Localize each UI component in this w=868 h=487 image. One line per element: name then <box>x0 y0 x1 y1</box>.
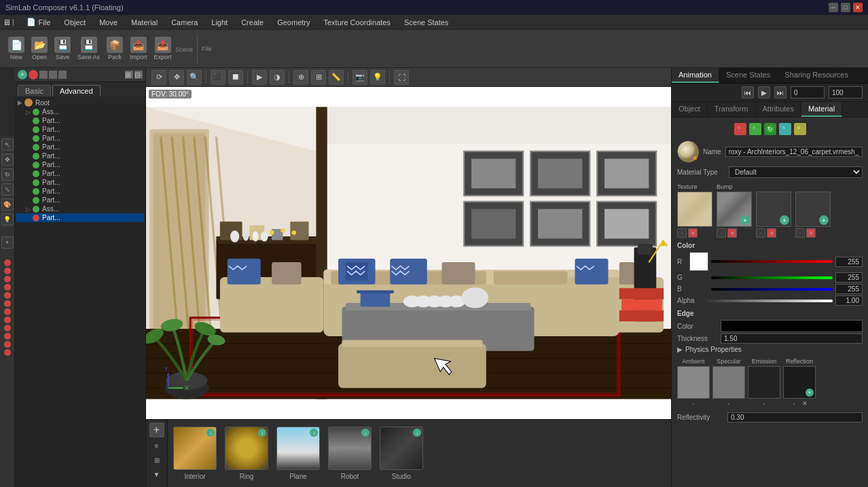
material-preview-sphere[interactable]: ★ <box>677 141 699 162</box>
tree-item-8[interactable]: Part... <box>16 169 144 178</box>
lights-btn[interactable]: 💡 <box>370 70 385 85</box>
material-favorite-star[interactable]: ★ <box>692 154 698 162</box>
edge-thickness-input[interactable] <box>721 333 863 344</box>
bump-thumb[interactable]: + <box>717 192 752 227</box>
tab-animation[interactable]: Animation <box>672 68 719 83</box>
scale-tool[interactable]: ⤡ <box>1 183 14 196</box>
color-r-slider[interactable] <box>711 260 833 263</box>
add-object-btn[interactable]: + <box>1 236 14 249</box>
specular-thumb[interactable] <box>712 366 745 399</box>
bottom-tool-1[interactable]: ≡ <box>151 439 163 452</box>
menu-scene-states[interactable]: Scene States <box>397 17 455 28</box>
tree-item-11[interactable]: Part... <box>16 196 144 204</box>
color-b-slider[interactable] <box>711 288 833 291</box>
asset-download-plane[interactable]: ↓ <box>310 429 318 437</box>
bottom-tool-2[interactable]: ⊞ <box>151 454 163 466</box>
emission-minus-btn[interactable]: - <box>759 400 769 410</box>
material-pick-tool[interactable]: 🎨 <box>1 198 14 211</box>
toolbar-save-btn[interactable]: 💾 Save <box>52 35 73 62</box>
anim-frame-input[interactable] <box>791 86 825 98</box>
toolbar-open-btn[interactable]: 📂 Open <box>29 35 50 62</box>
extra-add-btn-2[interactable]: + <box>819 215 829 225</box>
tree-item-ass2[interactable]: ▷ Ass... <box>16 204 144 213</box>
tree-tool-3[interactable] <box>58 71 67 79</box>
mat-icon-teal-sphere[interactable] <box>779 123 791 135</box>
bottom-tool-3[interactable]: ▼ <box>151 468 163 480</box>
view-mode-btn[interactable]: 🔲 <box>228 70 243 85</box>
ambient-minus-btn[interactable]: - <box>689 400 698 410</box>
tree-item-10[interactable]: Part... <box>16 187 144 196</box>
toolbar-export-btn[interactable]: 📤 Export <box>151 35 175 62</box>
edge-color-swatch[interactable] <box>721 320 863 332</box>
asset-download-interior[interactable]: ↓ <box>206 429 215 437</box>
tree-item-9[interactable]: Part... <box>16 178 144 187</box>
pan-btn[interactable]: ✥ <box>169 70 184 85</box>
light-tool[interactable]: 💡 <box>1 213 14 226</box>
menu-geometry[interactable]: Geometry <box>270 17 317 28</box>
remove-tree-item-btn[interactable] <box>29 70 38 79</box>
asset-download-studio[interactable]: ↓ <box>413 429 421 437</box>
tab-object[interactable]: Object <box>672 102 708 117</box>
minimize-button[interactable]: ─ <box>829 3 838 12</box>
tab-attributes[interactable]: Attributes <box>756 102 801 117</box>
orbit-btn[interactable]: ⟳ <box>151 70 166 85</box>
tab-material[interactable]: Material <box>801 102 842 117</box>
color-b-value[interactable] <box>835 284 863 294</box>
mat-icon-green-sphere[interactable] <box>749 123 761 135</box>
tab-scene-states[interactable]: Scene States <box>719 68 778 83</box>
maximize-button[interactable]: □ <box>841 3 850 12</box>
viewport-3d[interactable]: X Y FOV: 30.00° <box>146 87 671 419</box>
tree-item-selected[interactable]: Part... <box>16 213 144 222</box>
asset-robot[interactable]: ↓ Robot <box>328 427 372 480</box>
move-tool[interactable]: ✥ <box>1 154 14 166</box>
menu-file[interactable]: 📄 File <box>20 16 58 28</box>
tree-expand-all-btn[interactable]: ⊞ <box>125 71 133 79</box>
asset-plane[interactable]: ↓ Plane <box>276 427 320 480</box>
reflection-add-btn[interactable]: + <box>806 389 814 397</box>
emission-thumb[interactable] <box>748 366 780 399</box>
color-g-slider[interactable] <box>711 276 833 279</box>
add-tree-item-btn[interactable]: + <box>18 70 27 79</box>
menu-texture-coordinates[interactable]: Texture Coordinates <box>317 17 397 28</box>
extra-add-btn-1[interactable]: + <box>780 215 789 225</box>
color-r-value[interactable] <box>835 257 863 267</box>
close-button[interactable]: ✕ <box>853 3 863 12</box>
tree-item-root[interactable]: ▶ Root <box>16 98 144 107</box>
reflection-thumb[interactable]: + <box>783 366 816 399</box>
bump-add-btn[interactable]: + <box>740 215 750 225</box>
extra-thumb-1[interactable]: + <box>756 192 791 227</box>
zoom-btn[interactable]: 🔍 <box>187 70 202 85</box>
tree-item-7[interactable]: Part... <box>16 160 144 169</box>
asset-studio[interactable]: ↓ Studio <box>380 427 423 480</box>
menu-material[interactable]: Material <box>124 17 164 28</box>
tex-dot-btn[interactable]: · <box>677 228 687 238</box>
tree-tool-1[interactable] <box>39 71 48 79</box>
render-btn[interactable]: ▶ <box>252 70 267 85</box>
grid-btn[interactable]: ⊞ <box>311 70 326 85</box>
anim-last-btn[interactable]: ⏭ <box>774 86 786 98</box>
mat-icon-yellow-sphere[interactable] <box>794 123 806 135</box>
scene-tree[interactable]: ▶ Root ▷ Ass... Part... Part... <box>15 96 145 487</box>
toolbar-import-btn[interactable]: 📥 Import <box>127 35 150 62</box>
extra-del-btn-2[interactable]: ✕ <box>806 228 816 238</box>
tab-transform[interactable]: Transform <box>708 102 756 117</box>
asset-download-robot[interactable]: ↓ <box>361 429 369 437</box>
menu-light[interactable]: Light <box>204 17 234 28</box>
texture-thumb[interactable] <box>677 192 712 227</box>
snap-btn[interactable]: ⊕ <box>293 70 308 85</box>
tree-item-2[interactable]: Part... <box>16 116 144 125</box>
select-tool[interactable]: ↖ <box>1 139 14 151</box>
bump-del-btn[interactable]: ✕ <box>727 228 737 238</box>
camera-btn[interactable]: 📷 <box>352 70 367 85</box>
mat-icon-arrow-green[interactable]: ↻ <box>764 123 776 135</box>
color-swatch[interactable] <box>689 252 708 271</box>
tree-item-6[interactable]: Part... <box>16 151 144 160</box>
mat-icon-red-sphere[interactable] <box>734 123 746 135</box>
material-type-select[interactable]: Default <box>729 166 863 178</box>
tree-tool-2[interactable] <box>49 71 57 79</box>
reflection-del-btn[interactable]: ✕ <box>800 400 810 410</box>
tex-del-btn-1[interactable]: ✕ <box>688 228 698 238</box>
reflectivity-input[interactable] <box>727 412 863 422</box>
material-view-btn[interactable]: ◑ <box>270 70 285 85</box>
extra-thumb-2[interactable]: + <box>795 192 831 227</box>
